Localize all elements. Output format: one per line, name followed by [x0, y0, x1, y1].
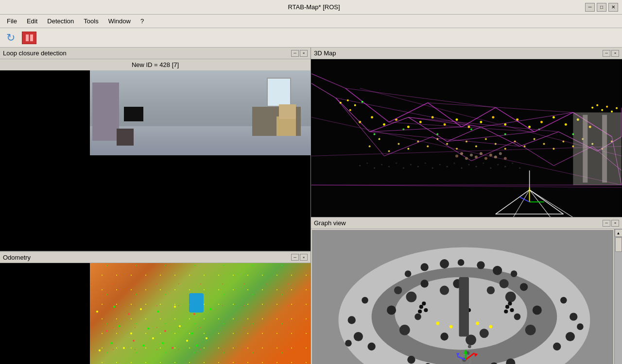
pause-icon: [22, 32, 36, 44]
svg-point-76: [470, 129, 472, 131]
svg-point-251: [489, 325, 493, 329]
svg-point-205: [345, 340, 352, 347]
refresh-button[interactable]: ↻: [3, 31, 18, 45]
loop-closure-minimize-btn[interactable]: ─: [291, 50, 299, 57]
menu-tools[interactable]: Tools: [79, 16, 103, 26]
graphview-close-btn[interactable]: ×: [611, 220, 619, 227]
svg-point-65: [504, 123, 506, 126]
maximize-button[interactable]: □: [597, 3, 606, 12]
svg-point-231: [508, 301, 512, 305]
menu-detection[interactable]: Detection: [42, 16, 79, 26]
svg-point-158: [475, 155, 478, 158]
room-box1: [276, 116, 296, 136]
svg-point-189: [394, 286, 402, 294]
svg-point-61: [456, 118, 458, 121]
camera-image: [90, 70, 311, 155]
svg-point-163: [499, 152, 502, 155]
svg-point-199: [440, 332, 448, 340]
graphview-map-image[interactable]: CSDN @robot454: [312, 230, 613, 364]
3d-map-scene[interactable]: [311, 59, 622, 217]
menu-help[interactable]: ?: [136, 16, 149, 26]
svg-point-57: [407, 126, 410, 128]
svg-rect-237: [459, 277, 469, 337]
svg-point-15: [164, 330, 166, 332]
camera-image-area: [0, 70, 311, 155]
svg-point-218: [405, 270, 412, 277]
room-monitor: [124, 107, 143, 121]
svg-point-136: [396, 163, 397, 164]
svg-point-154: [455, 154, 458, 157]
graphview-scrollbar[interactable]: ▲ ▼: [614, 229, 622, 364]
svg-point-224: [511, 270, 518, 277]
loop-closure-close-btn[interactable]: ×: [300, 50, 308, 57]
svg-point-168: [591, 107, 593, 109]
graphview-minimize-btn[interactable]: ─: [603, 220, 610, 227]
svg-point-60: [444, 123, 446, 126]
svg-point-20: [128, 313, 130, 315]
svg-point-134: [381, 164, 382, 165]
svg-point-35: [446, 143, 448, 145]
svg-point-30: [397, 143, 399, 145]
svg-point-204: [367, 343, 375, 350]
menu-window[interactable]: Window: [104, 16, 136, 26]
svg-point-68: [540, 121, 543, 123]
scroll-up-arrow[interactable]: ▲: [615, 229, 622, 237]
refresh-icon: ↻: [6, 32, 15, 44]
title-bar: RTAB-Map* [ROS] ─ □ ✕: [0, 0, 622, 15]
main-content: Loop closure detection ─ × New ID = 428 …: [0, 48, 622, 364]
loop-closure-controls: ─ ×: [291, 50, 308, 57]
svg-point-37: [466, 140, 467, 142]
right-panel: 3D Map ─ ×: [311, 48, 622, 364]
svg-point-46: [553, 148, 554, 149]
3d-map-svg: [311, 59, 622, 217]
toolbar: ↻: [0, 28, 622, 48]
odometry-close-btn[interactable]: ×: [300, 254, 308, 261]
svg-point-139: [417, 166, 419, 167]
menu-file[interactable]: File: [2, 16, 22, 26]
scroll-track[interactable]: [615, 237, 622, 364]
svg-point-148: [483, 163, 484, 164]
svg-point-4: [142, 345, 144, 347]
svg-point-54: [371, 116, 373, 118]
loop-closure-content: New ID = 428 [7]: [0, 59, 311, 251]
svg-point-177: [362, 101, 363, 103]
odometry-minimize-btn[interactable]: ─: [291, 254, 299, 261]
3d-map-close-btn[interactable]: ×: [611, 50, 619, 57]
svg-point-150: [497, 164, 499, 165]
svg-point-190: [505, 292, 516, 302]
scroll-thumb[interactable]: [615, 237, 622, 252]
menu-edit[interactable]: Edit: [22, 16, 42, 26]
window-controls: ─ □ ✕: [585, 3, 618, 12]
svg-point-131: [359, 165, 361, 166]
svg-point-153: [519, 167, 520, 169]
loop-closure-title: Loop closure detection: [3, 50, 67, 57]
svg-point-191: [520, 283, 528, 291]
camera-left-black-area: [0, 70, 90, 155]
odometry-title: Odometry: [3, 254, 31, 261]
svg-point-248: [436, 322, 439, 325]
svg-point-202: [362, 297, 368, 304]
3d-map-minimize-btn[interactable]: ─: [603, 50, 610, 57]
pause-button[interactable]: [21, 31, 37, 45]
svg-point-173: [616, 107, 618, 109]
graphview-panel: Graph view ─ ×: [311, 217, 622, 364]
svg-point-161: [489, 153, 492, 156]
svg-point-240: [468, 345, 471, 348]
3d-map-controls: ─ ×: [603, 50, 619, 57]
close-button[interactable]: ✕: [608, 3, 618, 12]
svg-point-169: [596, 104, 598, 106]
svg-point-38: [475, 145, 477, 147]
room-cabinet: [92, 83, 119, 141]
feature-dots-svg: [90, 263, 311, 364]
svg-point-70: [565, 123, 567, 126]
svg-point-151: [504, 166, 506, 167]
minimize-button[interactable]: ─: [585, 3, 595, 12]
svg-point-143: [447, 166, 448, 167]
svg-point-41: [504, 148, 506, 149]
svg-point-14: [147, 328, 149, 330]
svg-point-1: [111, 342, 113, 344]
loop-closure-panel: Loop closure detection ─ × New ID = 428 …: [0, 48, 311, 251]
svg-point-27: [369, 145, 371, 147]
svg-point-25: [209, 308, 211, 310]
svg-point-5: [152, 337, 154, 339]
